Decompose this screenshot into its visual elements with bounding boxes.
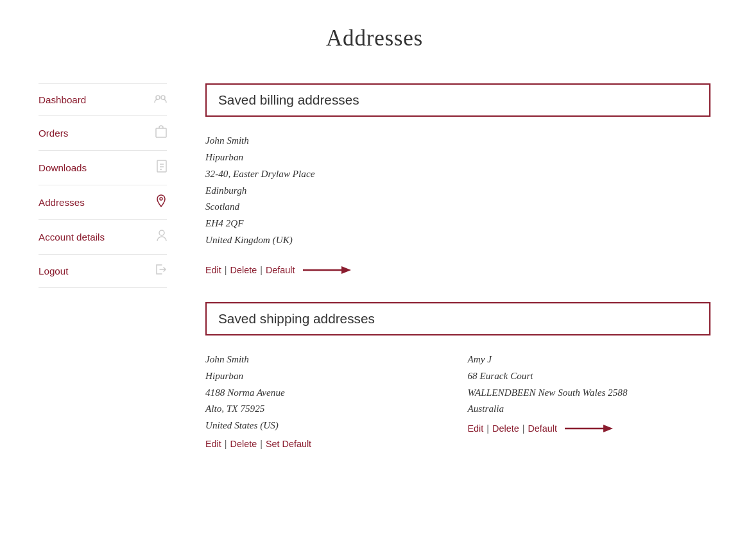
billing-separator-1: |	[225, 265, 227, 275]
shipping-2-arrow-annotation	[565, 422, 613, 435]
svg-marker-9	[603, 425, 613, 432]
page-title: Addresses	[39, 26, 710, 51]
svg-point-4	[160, 198, 162, 200]
billing-default-link[interactable]: Default	[266, 265, 295, 275]
svg-marker-7	[341, 266, 351, 274]
shipping-1-company: Hipurban	[205, 368, 449, 384]
billing-country: United Kingdom (UK)	[205, 232, 710, 248]
shipping-2-street: 68 Eurack Court	[468, 368, 711, 384]
downloads-icon	[157, 160, 167, 176]
shipping-2-name: Amy J	[468, 351, 711, 368]
billing-region: Scotland	[205, 198, 710, 215]
shipping-1-city-state-zip: Alto, TX 75925	[205, 400, 449, 417]
billing-edit-link[interactable]: Edit	[205, 265, 221, 275]
shipping-address-2-block: Amy J 68 Eurack Court WALLENDBEEN New So…	[468, 351, 711, 417]
shipping-2-sep-2: |	[522, 423, 525, 434]
shipping-2-sep-1: |	[486, 423, 489, 434]
shipping-addresses-grid: John Smith Hipurban 4188 Norma Avenue Al…	[205, 351, 710, 449]
svg-rect-3	[157, 160, 166, 172]
shipping-2-default-link[interactable]: Default	[528, 423, 557, 434]
svg-point-1	[161, 96, 165, 99]
svg-rect-2	[156, 128, 166, 137]
content-wrapper: Dashboard Orders	[39, 83, 710, 449]
billing-address-block: John Smith Hipurban 32-40, Easter Drylaw…	[205, 132, 710, 248]
sidebar-item-downloads[interactable]: Downloads	[39, 151, 167, 185]
billing-postcode: EH4 2QF	[205, 215, 710, 232]
shipping-2-city-state-zip: WALLENDBEEN New South Wales 2588	[468, 384, 711, 401]
shipping-1-name: John Smith	[205, 351, 449, 368]
sidebar-item-account-details[interactable]: Account details	[39, 220, 167, 255]
sidebar-item-logout[interactable]: Logout	[39, 255, 167, 288]
shipping-section: Saved shipping addresses John Smith Hipu…	[205, 302, 710, 449]
shipping-section-header: Saved shipping addresses	[205, 302, 710, 335]
billing-separator-2: |	[260, 265, 263, 275]
billing-section-title: Saved billing addresses	[218, 92, 698, 108]
shipping-1-street: 4188 Norma Avenue	[205, 384, 449, 401]
sidebar-item-orders[interactable]: Orders	[39, 116, 167, 151]
logout-icon	[155, 264, 167, 278]
billing-arrow-annotation	[303, 264, 351, 276]
svg-point-0	[156, 96, 160, 99]
shipping-1-sep-2: |	[260, 439, 263, 449]
billing-section-header: Saved billing addresses	[205, 83, 710, 117]
billing-address-actions: Edit | Delete | Default	[205, 264, 710, 276]
shipping-1-actions: Edit | Delete | Set Default	[205, 439, 449, 449]
billing-street: 32-40, Easter Drylaw Place	[205, 165, 710, 182]
shipping-2-edit-link[interactable]: Edit	[468, 423, 484, 434]
shipping-address-1-block: John Smith Hipurban 4188 Norma Avenue Al…	[205, 351, 449, 434]
shipping-address-col-1: John Smith Hipurban 4188 Norma Avenue Al…	[205, 351, 449, 449]
addresses-icon	[155, 194, 167, 210]
dashboard-icon	[154, 93, 167, 106]
main-content: Saved billing addresses John Smith Hipur…	[205, 83, 710, 449]
billing-company: Hipurban	[205, 149, 710, 165]
billing-delete-link[interactable]: Delete	[230, 265, 257, 275]
shipping-2-delete-link[interactable]: Delete	[492, 423, 519, 434]
sidebar-item-addresses[interactable]: Addresses	[39, 185, 167, 220]
orders-icon	[155, 125, 167, 141]
page-wrapper: Addresses Dashboard Orders	[0, 0, 749, 475]
billing-name: John Smith	[205, 132, 710, 149]
svg-point-5	[159, 230, 164, 235]
shipping-1-sep-1: |	[225, 439, 227, 449]
account-icon	[157, 229, 167, 245]
billing-city: Edinburgh	[205, 182, 710, 199]
sidebar-item-dashboard[interactable]: Dashboard	[39, 83, 167, 116]
shipping-2-country: Australia	[468, 400, 711, 417]
shipping-section-title: Saved shipping addresses	[218, 311, 698, 327]
shipping-address-col-2: Amy J 68 Eurack Court WALLENDBEEN New So…	[468, 351, 711, 449]
shipping-2-actions: Edit | Delete | Default	[468, 422, 711, 435]
shipping-1-edit-link[interactable]: Edit	[205, 439, 221, 449]
sidebar: Dashboard Orders	[39, 83, 167, 288]
shipping-1-delete-link[interactable]: Delete	[230, 439, 257, 449]
shipping-1-country: United States (US)	[205, 417, 449, 434]
shipping-1-set-default-link[interactable]: Set Default	[266, 439, 311, 449]
